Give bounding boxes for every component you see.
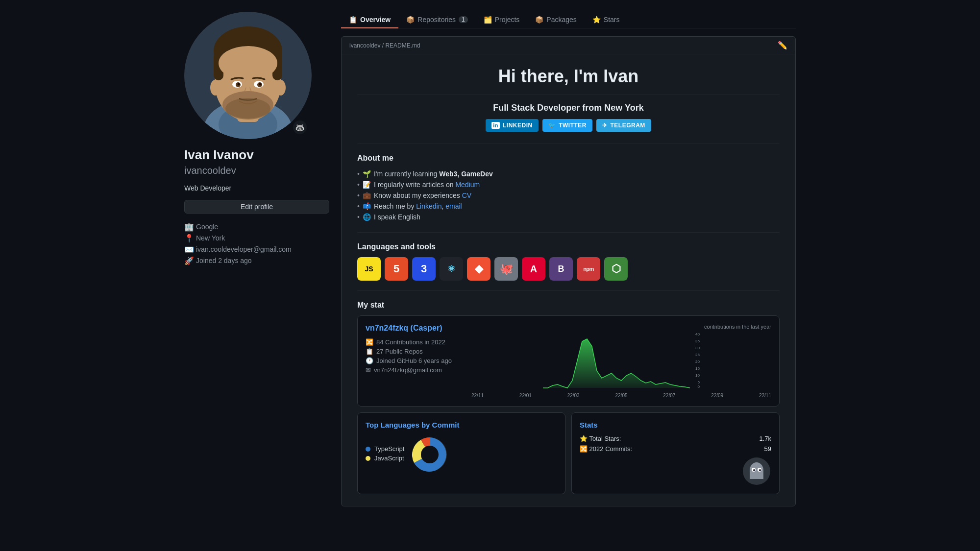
- lang-typescript: TypeScript: [366, 445, 404, 453]
- tools-heading: Languages and tools: [357, 242, 780, 251]
- tools-icons: JS 5 3 ⚛ ◆ 🐙 A B npm ⬡: [357, 257, 780, 281]
- contributions-card: vn7n24fzkq (Casper) 🔀 84 Contributions i…: [357, 315, 780, 407]
- lang-list: TypeScript JavaScript: [366, 445, 404, 464]
- star-icon: ⭐: [592, 16, 601, 24]
- tab-projects[interactable]: 🗂️ Projects: [476, 12, 528, 28]
- stats-info: vn7n24fzkq (Casper) 🔀 84 Contributions i…: [366, 324, 464, 376]
- lang-javascript: JavaScript: [366, 455, 404, 462]
- project-icon: 🗂️: [484, 16, 492, 24]
- building-icon: 🏢: [184, 222, 192, 232]
- svg-text:35: 35: [695, 339, 700, 343]
- tab-repositories[interactable]: 📦 Repositories 1: [398, 12, 476, 28]
- divider-2: [357, 232, 780, 233]
- email-link[interactable]: email: [445, 202, 462, 210]
- stat-section: My stat vn7n24fzkq (Casper) 🔀 84 Contrib…: [357, 301, 780, 494]
- package-icon: 📦: [535, 16, 543, 24]
- pie-chart-svg: [410, 435, 449, 474]
- edit-profile-button[interactable]: Edit profile: [184, 200, 329, 214]
- svg-point-18: [276, 80, 286, 96]
- about-section: About me 🌱 I'm currently learning Web3, …: [357, 154, 780, 222]
- linkedin-button[interactable]: in LINKEDIN: [486, 119, 538, 132]
- languages-card: Top Languages by Commit TypeScript: [357, 412, 565, 494]
- svg-point-36: [759, 469, 761, 471]
- twitter-button[interactable]: 🐦 TWITTER: [542, 119, 592, 132]
- avatar: [184, 12, 312, 139]
- meta-location: 📍 New York: [184, 233, 329, 244]
- svg-point-17: [210, 80, 220, 96]
- linkedin-link[interactable]: Linkedin: [416, 202, 441, 210]
- medium-link[interactable]: Medium: [455, 181, 480, 189]
- profile-tabs: 📋 Overview 📦 Repositories 1 🗂️ Projects …: [341, 12, 796, 28]
- about-list: 🌱 I'm currently learning Web3, GameDev 📝…: [357, 168, 780, 222]
- globe-icon: 🌐: [363, 213, 371, 221]
- about-heading: About me: [357, 154, 780, 163]
- divider-1: [357, 144, 780, 144]
- svg-text:15: 15: [695, 366, 700, 371]
- readme-subtitle: Full Stack Developer from New York: [357, 103, 780, 113]
- book-icon: 📋: [349, 16, 357, 24]
- sidebar: 🦝 Ivan Ivanov ivancooldev Web Developer …: [184, 12, 329, 514]
- readme-box: ivancooldev / README.md ✏️ Hi there, I'm…: [341, 36, 796, 506]
- svg-point-8: [219, 46, 277, 80]
- readme-content: Hi there, I'm Ivan Full Stack Developer …: [342, 54, 795, 506]
- tool-github: 🐙: [494, 257, 518, 281]
- seedling-icon: 🌱: [363, 170, 371, 178]
- about-item-3: 💼 Know about my experiences CV: [357, 190, 780, 201]
- tool-nodejs: ⬡: [604, 257, 628, 281]
- linkedin-icon: in: [491, 122, 500, 129]
- tool-html5: 5: [385, 257, 408, 281]
- tab-overview[interactable]: 📋 Overview: [341, 12, 398, 28]
- avatar-container: 🦝: [184, 12, 312, 139]
- telegram-button[interactable]: ✈ TELEGRAM: [596, 119, 651, 132]
- languages-title: Top Languages by Commit: [366, 421, 557, 429]
- contribution-svg: 40 35 30 25 20 15 10 5 0: [471, 332, 771, 390]
- svg-text:20: 20: [695, 359, 700, 364]
- tab-packages[interactable]: 📦 Packages: [527, 12, 584, 28]
- telegram-icon: ✈: [602, 122, 608, 129]
- svg-point-29: [421, 446, 439, 463]
- readme-header: ivancooldev / README.md ✏️: [342, 37, 795, 54]
- email-icon: ✉️: [184, 245, 192, 254]
- about-item-1: 🌱 I'm currently learning Web3, GameDev: [357, 168, 780, 179]
- clock-icon: 🕐: [366, 357, 373, 364]
- calendar-icon: 🚀: [184, 256, 192, 265]
- about-item-2: 📝 I regularly write articles on Medium: [357, 179, 780, 190]
- tool-bootstrap: B: [549, 257, 573, 281]
- casper-username: vn7n24fzkq (Casper): [366, 324, 464, 333]
- profile-bio: Web Developer: [184, 184, 329, 192]
- profile-meta-list: 🏢 Google 📍 New York ✉️ ivan.cooldevelope…: [184, 221, 329, 266]
- svg-text:30: 30: [695, 346, 700, 350]
- stat-joined: 🕐 Joined GitHub 6 years ago: [366, 357, 464, 364]
- repo-badge: 1: [459, 16, 468, 23]
- svg-point-16: [225, 98, 270, 120]
- chart-header: contributions in the last year: [471, 324, 771, 330]
- readme-title: Hi there, I'm Ivan: [357, 66, 780, 95]
- cv-link[interactable]: CV: [462, 192, 471, 199]
- contributions-icon: 🔀: [366, 338, 373, 346]
- tool-css3: 3: [412, 257, 436, 281]
- profile-username: ivancooldev: [184, 165, 329, 176]
- ghost-avatar-icon: [742, 456, 771, 486]
- chart-x-labels: 22/11 22/01 22/03 22/05 22/07 22/09 22/1…: [471, 393, 771, 398]
- repo-icon: 📦: [406, 16, 415, 24]
- svg-point-35: [753, 469, 755, 471]
- svg-point-14: [259, 83, 262, 86]
- repo-count-icon: 📋: [366, 348, 373, 355]
- stat-email: ✉ vn7n24fzkq@gmail.com: [366, 366, 464, 374]
- tools-section: Languages and tools JS 5 3 ⚛ ◆ 🐙 A B npm…: [357, 242, 780, 281]
- twitter-icon: 🐦: [548, 122, 556, 129]
- meta-company: 🏢 Google: [184, 221, 329, 233]
- profile-name: Ivan Ivanov: [184, 147, 329, 163]
- avatar-status-badge: 🦝: [292, 120, 308, 135]
- location-icon: 📍: [184, 234, 192, 243]
- svg-text:40: 40: [695, 332, 700, 336]
- chart-container: contributions in the last year 40 35 30 …: [471, 324, 771, 398]
- tool-npm: npm: [577, 257, 600, 281]
- svg-text:0: 0: [698, 384, 700, 389]
- stats-title: Stats: [580, 421, 771, 429]
- svg-text:5: 5: [698, 380, 700, 384]
- commits-row: 🔀 2022 Commits: 59: [580, 445, 771, 453]
- mail-icon: ✉: [366, 366, 371, 374]
- tab-stars[interactable]: ⭐ Stars: [585, 12, 628, 28]
- edit-pencil-icon[interactable]: ✏️: [778, 41, 787, 50]
